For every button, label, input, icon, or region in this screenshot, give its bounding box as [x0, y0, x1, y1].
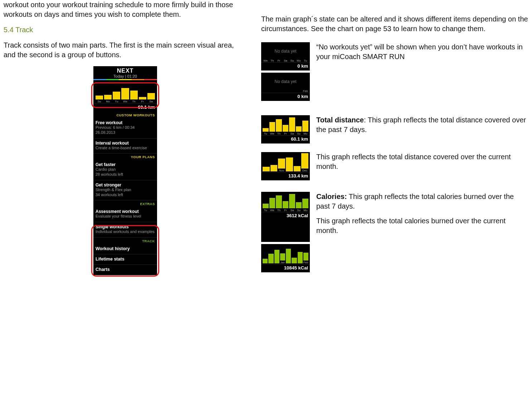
thumb-calories-7d-metric: 3612 kCal [261, 212, 310, 219]
thumb-calories-month-metric: 10845 kCal [261, 264, 310, 271]
menu-title: Lifetime stats [96, 257, 155, 262]
thumb-distance-month-metric: 133.4 km [261, 172, 310, 179]
menu-sub: Individual workouts and examples [96, 229, 155, 234]
menu-sub: 28 workouts left [96, 172, 155, 177]
menu-sub: Strength & Flex plan [96, 188, 155, 193]
phone-mock: NEXT Today | 01:20 SuMoTuWeThFrSa 60.1 k… [93, 66, 157, 275]
thumb-nodata-week-chart: No data yetWeThFrSaSuMoTu [261, 42, 310, 63]
menu-item-free-workout[interactable]: Free workout Previous: 6 km / 00:34 26.0… [93, 118, 157, 138]
menu-sub: Cardio plan [96, 167, 155, 172]
intro-tail-paragraph: workout onto your workout training sched… [4, 0, 247, 19]
phone-next-label: NEXT [93, 68, 157, 74]
desc-calories-7d-bold: Calories: [316, 193, 347, 200]
section-header-track: TRACK [93, 238, 157, 244]
section-heading-track: 5.4 Track [4, 26, 247, 34]
thumb-calories-month: JanFeb 10845 kCal [261, 244, 310, 272]
thumb-distance-7d-metric: 60.1 km [261, 136, 310, 142]
menu-title: Interval workout [96, 141, 155, 146]
thumb-nodata-week-metric: 0 km [261, 63, 310, 69]
thumb-calories-7d: TuWeThFrSaSuMo 3612 kCal [261, 192, 310, 242]
section-header-plans: YOUR PLANS [93, 154, 157, 160]
menu-item-charts[interactable]: Charts [93, 265, 157, 275]
menu-title: Free workout [96, 120, 155, 125]
menu-sub: Evaluate your fitness level [96, 214, 155, 219]
desc-calories-month: This graph reflects the total calories b… [316, 216, 528, 235]
menu-item-single-workouts[interactable]: Single workouts Individual workouts and … [93, 222, 157, 238]
thumb-distance-month: NovDec 133.4 km [261, 152, 310, 180]
thumb-distance-7d-chart: TuWeThFrSaSuMo [261, 115, 310, 136]
desc-calories-7d: Calories: This graph reflects the total … [316, 192, 528, 242]
desc-distance-7d-bold: Total distance [316, 116, 364, 124]
menu-item-get-stronger[interactable]: Get stronger Strength & Flex plan 34 wor… [93, 180, 157, 201]
phone-week-metric: 60.1 km [93, 103, 157, 112]
menu-title: Assessment workout [96, 209, 155, 214]
menu-title: Workout history [96, 246, 155, 251]
menu-sub: Previous: 6 km / 00:34 [96, 125, 155, 130]
thumb-nodata-month: No data yetFeb 0 km [261, 73, 310, 101]
menu-title: Get faster [96, 162, 155, 167]
thumb-nodata-month-metric: 0 km [261, 93, 310, 100]
menu-sub: 34 workouts left [96, 193, 155, 198]
thumb-nodata-month-chart: No data yetFeb [261, 73, 310, 93]
thumb-distance-7d: TuWeThFrSaSuMo 60.1 km [261, 115, 310, 144]
menu-item-interval-workout[interactable]: Interval workout Create a time-based exe… [93, 138, 157, 154]
thumb-nodata-week: No data yetWeThFrSaSuMoTu 0 km [261, 42, 310, 70]
desc-distance-7d: Total distance: This graph reflects the … [316, 115, 528, 144]
menu-title: Single workouts [96, 224, 155, 229]
section-header-custom: CUSTOM WORKOUTS [93, 112, 157, 118]
phone-week-chart: SuMoTuWeThFrSa [93, 80, 157, 103]
section-body-paragraph: Track consists of two main parts. The fi… [4, 40, 247, 60]
menu-item-lifetime-stats[interactable]: Lifetime stats [93, 254, 157, 265]
menu-title: Charts [96, 267, 155, 272]
thumb-calories-7d-chart: TuWeThFrSaSuMo [261, 192, 310, 212]
menu-item-workout-history[interactable]: Workout history [93, 244, 157, 254]
desc-nodata: “No workouts yet” will be shown when you… [316, 42, 528, 70]
thumb-calories-month-chart: JanFeb [261, 244, 310, 264]
phone-next-sub: Today | 01:20 [93, 74, 157, 78]
menu-item-get-faster[interactable]: Get faster Cardio plan 28 workouts left [93, 160, 157, 180]
desc-distance-month: This graph reflects the total distance c… [316, 152, 528, 180]
phone-next-header: NEXT Today | 01:20 [93, 66, 157, 79]
thumb-distance-month-chart: NovDec [261, 152, 310, 172]
right-lead-paragraph: The main graph´s state can be altered an… [261, 14, 528, 34]
menu-sub: Create a time-based exercise [96, 146, 155, 151]
menu-title: Get stronger [96, 183, 155, 188]
menu-sub: 26.08.2013 [96, 130, 155, 135]
section-header-extras: EXTRAS [93, 200, 157, 207]
menu-item-assessment[interactable]: Assessment workout Evaluate your fitness… [93, 207, 157, 222]
